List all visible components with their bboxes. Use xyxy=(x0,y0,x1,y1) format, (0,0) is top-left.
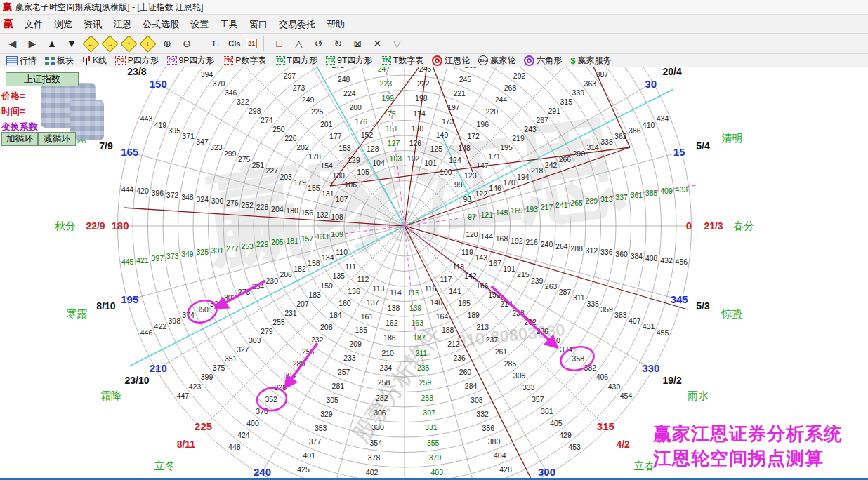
quotes-button[interactable]: 行情 xyxy=(3,54,40,67)
menu-item-6[interactable]: 工具 xyxy=(214,17,244,32)
svg-text:116: 116 xyxy=(425,284,437,293)
menu-item-7[interactable]: 窗口 xyxy=(244,17,273,32)
svg-text:雨水: 雨水 xyxy=(688,389,709,401)
svg-text:141: 141 xyxy=(449,287,461,295)
winner-service-button[interactable]: $赢家服务 xyxy=(567,54,614,67)
svg-text:0: 0 xyxy=(686,220,692,232)
kline-button[interactable]: K线 xyxy=(79,54,110,67)
svg-text:250: 250 xyxy=(272,125,285,133)
svg-text:19/2: 19/2 xyxy=(662,375,681,386)
svg-text:22/9: 22/9 xyxy=(86,220,105,232)
svg-text:446: 446 xyxy=(140,328,153,337)
menu-item-1[interactable]: 浏览 xyxy=(48,17,78,32)
add-cycle-button[interactable]: 加循环 xyxy=(1,132,38,146)
svg-text:321: 321 xyxy=(275,67,287,68)
svg-text:249: 249 xyxy=(302,95,315,104)
svg-text:377: 377 xyxy=(309,437,322,446)
9t-square-button[interactable]: T99T四方形 xyxy=(322,54,376,67)
kline-icon xyxy=(82,56,91,65)
sectors-button[interactable]: 板块 xyxy=(41,54,77,67)
menu-item-8[interactable]: 交易委托 xyxy=(273,17,321,32)
rect-tool-icon[interactable]: □ xyxy=(270,35,287,52)
gann-wheel-button[interactable]: 江恩轮 xyxy=(428,54,473,67)
menu-item-5[interactable]: 设置 xyxy=(185,17,214,32)
symbol-button[interactable]: 上证指数 xyxy=(6,72,79,86)
svg-text:361: 361 xyxy=(631,191,643,199)
menu-item-3[interactable]: 江恩 xyxy=(107,17,137,32)
t-table-label: T数字表 xyxy=(393,55,423,67)
forward-icon[interactable]: ▶ xyxy=(24,35,41,52)
svg-text:119: 119 xyxy=(461,248,473,256)
pan-left-icon[interactable]: ← xyxy=(82,35,99,52)
calendar-icon[interactable]: 21 xyxy=(246,39,257,48)
svg-text:289: 289 xyxy=(586,196,598,205)
svg-text:272: 272 xyxy=(332,67,345,69)
box-x-tool-icon[interactable]: ⊠ xyxy=(349,35,366,52)
triangle-tool-icon[interactable]: △ xyxy=(290,35,307,52)
t-table-button[interactable]: TNT数字表 xyxy=(377,54,427,67)
svg-text:299: 299 xyxy=(224,149,237,158)
svg-text:153: 153 xyxy=(338,144,351,152)
pointer-down-icon[interactable]: ▼ xyxy=(63,35,80,52)
svg-text:178: 178 xyxy=(308,152,321,161)
svg-text:138: 138 xyxy=(388,304,400,312)
svg-text:186: 186 xyxy=(383,333,396,342)
svg-text:338: 338 xyxy=(600,138,613,146)
cls-icon[interactable]: Cls xyxy=(225,35,243,52)
svg-text:307: 307 xyxy=(423,408,435,417)
svg-text:394: 394 xyxy=(201,70,213,79)
pan-right-icon[interactable]: → xyxy=(101,35,118,52)
wheel-grid xyxy=(118,67,692,478)
svg-text:154: 154 xyxy=(320,161,333,170)
funnel-tool-icon[interactable]: ▽ xyxy=(388,35,405,52)
p-square-button[interactable]: PSP四方形 xyxy=(112,54,162,67)
scale-tool-icon[interactable]: ✕ xyxy=(369,35,386,52)
menu-item-9[interactable]: 帮助 xyxy=(321,17,350,32)
svg-text:111: 111 xyxy=(345,262,356,271)
zoom-in-icon[interactable]: ⊕ xyxy=(159,35,176,52)
svg-text:175: 175 xyxy=(383,109,396,118)
price-label: 价格= xyxy=(1,90,25,102)
svg-text:383: 383 xyxy=(614,311,627,319)
svg-text:330: 330 xyxy=(371,423,384,432)
axis-scale-icon[interactable]: T↓ xyxy=(209,35,223,52)
p-table-button[interactable]: PNP数字表 xyxy=(219,54,270,67)
svg-text:130: 130 xyxy=(332,171,345,180)
menu-item-4[interactable]: 公式选股 xyxy=(137,17,185,32)
svg-text:23/8: 23/8 xyxy=(127,67,146,77)
t-square-button[interactable]: TST四方形 xyxy=(271,54,321,67)
svg-text:169: 169 xyxy=(511,206,523,215)
svg-text:269: 269 xyxy=(465,67,478,69)
svg-text:134: 134 xyxy=(322,253,334,262)
svg-text:155: 155 xyxy=(308,184,320,192)
rotate-ccw-icon[interactable]: ↺ xyxy=(310,35,327,52)
svg-text:205: 205 xyxy=(271,238,284,246)
svg-text:312: 312 xyxy=(586,246,598,255)
gann-wheel[interactable]: 9798991001011021031041051061071081091101… xyxy=(0,67,868,478)
svg-text:265: 265 xyxy=(570,199,583,207)
svg-text:331: 331 xyxy=(425,423,438,432)
back-icon[interactable]: ◀ xyxy=(4,35,21,52)
pan-up-icon[interactable]: ↑ xyxy=(120,35,137,52)
svg-text:103: 103 xyxy=(390,154,402,163)
svg-text:126: 126 xyxy=(409,139,422,147)
svg-text:358: 358 xyxy=(572,354,585,363)
pan-down-icon[interactable]: ↓ xyxy=(139,35,156,52)
cyan-trend-lines xyxy=(129,67,673,366)
hexagon-button[interactable]: 六角形 xyxy=(520,54,565,67)
subtract-cycle-button[interactable]: 减循环 xyxy=(38,132,76,146)
winner-wheel-button[interactable]: Big赢家轮 xyxy=(475,54,519,67)
menu-item-2[interactable]: 资讯 xyxy=(78,17,107,32)
menu-item-0[interactable]: 文件 xyxy=(19,17,48,32)
zoom-out-icon[interactable]: ⊖ xyxy=(178,35,195,52)
svg-text:立春: 立春 xyxy=(634,460,655,472)
rotate-cw-icon[interactable]: ↻ xyxy=(329,35,346,52)
9p-square-button[interactable]: P99P四方形 xyxy=(164,54,218,67)
pointer-up-icon[interactable]: ▲ xyxy=(44,35,60,52)
svg-text:423: 423 xyxy=(189,382,202,391)
chart-toolbar: 行情板块K线PSP四方形P99P四方形PNP数字表TST四方形T99T四方形TN… xyxy=(0,54,868,67)
svg-text:152: 152 xyxy=(361,131,374,139)
svg-text:182: 182 xyxy=(294,265,306,273)
svg-text:211: 211 xyxy=(415,349,427,357)
winner-service-icon: $ xyxy=(570,55,575,66)
